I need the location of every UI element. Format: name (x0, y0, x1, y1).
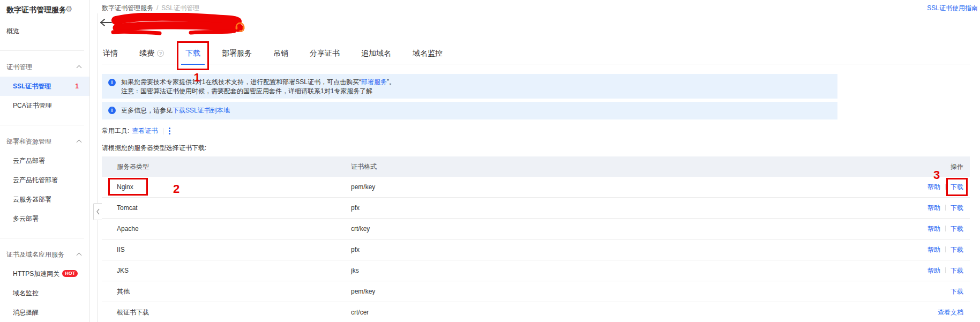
table-row: 根证书下载crt/cer查看文档 (102, 302, 970, 322)
view-cert-link[interactable]: 查看证书 (132, 126, 158, 136)
divider (945, 226, 946, 231)
chevron-left-icon (95, 207, 101, 216)
table-row: Tomcatpfx帮助下载 (102, 198, 970, 219)
tab-item[interactable]: 续费 (138, 43, 165, 64)
sidebar-item[interactable]: HTTPS加速网关HOT (0, 264, 89, 283)
annotation-number-step1: 1 (194, 68, 200, 88)
sidebar-section-header[interactable]: 证书管理 (0, 57, 89, 77)
tab-item[interactable]: 下载1 (184, 43, 201, 64)
server-type-label: IIS (117, 246, 125, 253)
cert-download-table: 服务器类型证书格式操作 Nginx2pem/key帮助下载3Tomcatpfx帮… (102, 156, 970, 322)
action-link[interactable]: 帮助 (927, 225, 940, 233)
sidebar-section-header[interactable]: 部署和资源管理 (0, 132, 89, 151)
sidebar-item-label: 云服务器部署 (13, 196, 51, 203)
tab-label: 域名监控 (413, 49, 443, 57)
table-hint: 请根据您的服务器类型选择证书下载: (102, 144, 206, 153)
action-wrap: 下载 (951, 204, 963, 213)
tab-label: 追加域名 (361, 49, 391, 57)
tab-label: 部署服务 (222, 49, 252, 57)
breadcrumb-root[interactable]: 数字证书管理服务 (102, 4, 153, 12)
sidebar-item[interactable]: 域名监控 (0, 283, 89, 303)
action-wrap: 帮助 (927, 224, 940, 234)
action-link[interactable]: 帮助 (927, 204, 940, 212)
headset-icon[interactable] (234, 20, 246, 34)
sidebar-item[interactable]: PCA证书管理 (0, 96, 89, 115)
action-link[interactable]: 下载 (951, 246, 963, 253)
annotation-number-step3: 3 (933, 168, 940, 182)
action-link[interactable]: 下载 (951, 267, 963, 274)
ssl-console-page: 数字证书管理服务 ⚙ 概览 证书管理SSL证书管理1PCA证书管理部署和资源管理… (0, 0, 980, 322)
server-type-cell: Tomcat (102, 204, 351, 212)
cert-format-cell: crt/cer (351, 309, 857, 316)
tab-label: 详情 (103, 49, 118, 57)
deploy-service-link[interactable]: 部署服务 (361, 78, 387, 86)
actions-cell: 下载 (857, 287, 970, 296)
action-link[interactable]: 查看文档 (938, 309, 963, 316)
actions-cell: 帮助下载 (857, 224, 970, 234)
server-type-text: IIS (117, 246, 125, 253)
tab-item[interactable]: 吊销 (272, 43, 289, 64)
sidebar-item-label: 云产品部署 (13, 157, 45, 164)
action-wrap: 帮助 (927, 204, 940, 213)
hot-badge: HOT (62, 270, 78, 277)
server-type-label: JKS (117, 267, 129, 274)
server-type-cell: 根证书下载 (102, 308, 351, 317)
action-link[interactable]: 帮助 (927, 183, 940, 191)
action-link[interactable]: 帮助 (927, 246, 940, 253)
action-wrap: 下载 (951, 287, 963, 296)
sidebar-item[interactable]: 云产品托管部署 (0, 170, 89, 190)
server-type-label: 其他 (117, 287, 130, 296)
more-info-banner: 更多信息，请参见下载SSL证书到本地 (102, 102, 837, 119)
column-header: 证书格式 (351, 162, 857, 171)
download-local-doc-link[interactable]: 下载SSL证书到本地 (173, 107, 230, 114)
question-icon[interactable] (157, 50, 164, 57)
sidebar-section-header[interactable]: 证书及域名应用服务 (0, 245, 89, 264)
divider (945, 267, 946, 273)
info-icon (108, 79, 116, 86)
server-type-cell: Apache (102, 225, 351, 233)
column-header: 服务器类型 (102, 162, 351, 171)
action-wrap: 下载 (951, 266, 963, 275)
tab-item[interactable]: 分享证书 (309, 43, 341, 64)
divider (945, 246, 946, 252)
more-actions-icon[interactable] (169, 130, 170, 132)
sidebar-item-label: PCA证书管理 (13, 102, 52, 109)
action-wrap: 帮助 (927, 266, 940, 275)
table-header-row: 服务器类型证书格式操作 (102, 156, 970, 177)
tab-item[interactable]: 详情 (102, 43, 119, 64)
action-wrap: 下载 (951, 245, 963, 254)
sidebar-item[interactable]: 多云部署 (0, 209, 89, 228)
table-row: Apachecrt/key帮助下载 (102, 219, 970, 239)
sidebar-item-label: 多云部署 (13, 215, 39, 222)
tab-item[interactable]: 域名监控 (412, 43, 444, 64)
sidebar-item[interactable]: SSL证书管理1 (0, 77, 89, 96)
tab-label: 分享证书 (310, 49, 340, 57)
actions-cell: 查看文档 (857, 308, 970, 317)
sidebar-item[interactable]: 云服务器部署 (0, 190, 89, 209)
column-header: 操作 (857, 162, 970, 171)
ssl-guide-link[interactable]: SSL证书使用指南 (927, 4, 978, 13)
action-wrap: 下载3 (951, 183, 963, 192)
annotation-box-step2 (108, 178, 148, 196)
tab-item[interactable]: 部署服务 (221, 43, 253, 64)
breadcrumb: 数字证书管理服务/SSL证书管理 (102, 4, 199, 13)
annotation-number-step2: 2 (173, 182, 179, 196)
sidebar-divider (0, 50, 84, 51)
action-link[interactable]: 下载 (951, 225, 963, 233)
cert-format-cell: pem/key (351, 183, 857, 191)
sidebar-item-overview[interactable]: 概览 (0, 21, 89, 41)
server-type-label: Tomcat (117, 204, 138, 212)
count-badge: 1 (75, 77, 79, 96)
action-link[interactable]: 下载 (951, 288, 963, 295)
action-link[interactable]: 下载 (951, 204, 963, 212)
chevron-up-icon (77, 65, 82, 71)
sidebar-item[interactable]: 消息提醒 (0, 303, 89, 322)
server-type-text: JKS (117, 267, 129, 274)
action-link[interactable]: 帮助 (927, 267, 940, 274)
info-icon (108, 107, 116, 114)
table-row: JKSjks帮助下载 (102, 260, 970, 281)
breadcrumb-separator: / (156, 4, 158, 12)
sidebar-divider (0, 125, 84, 125)
tab-item[interactable]: 追加域名 (360, 43, 392, 64)
sidebar-item[interactable]: 云产品部署 (0, 151, 89, 170)
